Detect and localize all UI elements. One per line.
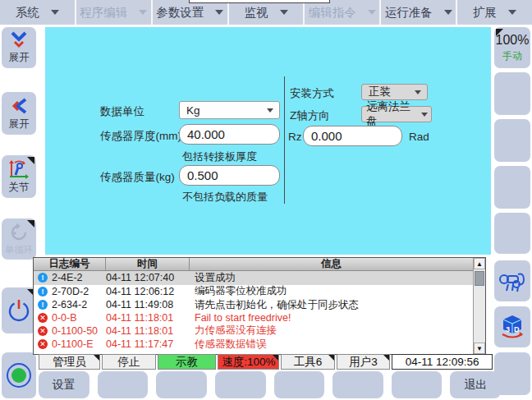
expand-down-label: 展开 xyxy=(9,51,30,65)
mass-hint: 不包括负载的质量 xyxy=(182,190,268,205)
sensor-mass-input[interactable]: 0.500 xyxy=(179,165,280,186)
menu-extension[interactable]: 扩展 xyxy=(457,0,532,25)
chevron-down-icon xyxy=(51,10,59,15)
user-role-cell[interactable]: 管理员 xyxy=(39,354,100,370)
tool-cell[interactable]: 工具6 xyxy=(281,354,335,370)
log-time: 04-11 11:49:08 xyxy=(106,299,190,310)
sensor-mass-label: 传感器质量(kg) xyxy=(100,170,175,185)
error-icon: ✕ xyxy=(38,313,48,323)
expand-down-button[interactable]: 展开 xyxy=(2,27,36,68)
right-panel-button-4[interactable] xyxy=(494,166,530,209)
function-key-4[interactable] xyxy=(215,371,266,398)
view-3d-button[interactable]: 3 D xyxy=(494,306,530,347)
joint-coordinate-button[interactable]: 关节 xyxy=(2,155,36,198)
function-key-3[interactable] xyxy=(156,371,207,398)
scroll-up-arrow-icon[interactable]: ▲ xyxy=(474,258,485,269)
joint-axes-icon xyxy=(8,159,30,179)
right-panel-button-2[interactable] xyxy=(494,72,530,115)
log-row[interactable]: ✕ 0-1100-50 04-11 11:18:01 力传感器没有连接 xyxy=(34,324,473,338)
z-axis-value: 远离法兰盘 xyxy=(366,99,421,129)
mount-mode-dropdown[interactable]: 正装 xyxy=(361,84,428,100)
log-message: Fail to start freedrive! xyxy=(190,312,473,324)
right-panel-button-3[interactable] xyxy=(494,119,530,162)
chevron-down-icon xyxy=(421,113,428,117)
scrollbar-thumb[interactable] xyxy=(475,271,484,286)
menu-label: 编辑指令 xyxy=(309,5,356,21)
log-time: 04-11 12:06:12 xyxy=(106,286,190,297)
double-chevron-left-icon xyxy=(9,96,29,116)
freedrive-button[interactable] xyxy=(494,260,530,301)
3d-cube-icon: 3 D xyxy=(498,313,526,341)
speed-mode-button[interactable]: 100% 手动 xyxy=(494,27,530,68)
log-id: 0-1100-50 xyxy=(52,325,98,337)
rz-label: Rz xyxy=(288,131,302,143)
robot-pendant-app: 系统 程序编辑 参数设置 监视 编辑指令 运行准备 扩展 xyxy=(0,0,532,400)
mount-mode-value: 正装 xyxy=(369,85,391,99)
function-key-6[interactable] xyxy=(332,371,383,398)
right-panel-button-5[interactable] xyxy=(494,213,530,254)
teach-mode-cell: 示教 xyxy=(158,354,217,370)
settings-button[interactable]: 设置 xyxy=(39,371,89,398)
log-row[interactable]: ! 2-4E-2 04-11 12:07:40 设置成功 xyxy=(34,271,473,285)
z-axis-label: Z轴方向 xyxy=(290,108,330,123)
log-message: 传感器数据错误 xyxy=(190,338,473,352)
scroll-down-arrow-icon[interactable]: ▼ xyxy=(474,343,485,354)
function-key-bar: 设置 退出 xyxy=(39,371,501,398)
log-time: 04-11 12:07:40 xyxy=(106,272,190,283)
menu-label: 系统 xyxy=(16,5,39,21)
hand-guide-icon xyxy=(498,269,526,292)
exit-button[interactable]: 退出 xyxy=(450,371,501,398)
function-key-7[interactable] xyxy=(392,371,443,398)
thickness-hint: 包括转接板厚度 xyxy=(182,149,257,164)
power-icon xyxy=(7,298,31,323)
log-row[interactable]: ! 2-634-2 04-11 11:49:08 请先点击初始化，确保处于同步状… xyxy=(34,298,473,312)
chevron-down-icon xyxy=(139,10,147,15)
log-scrollbar[interactable]: ▲ ▼ xyxy=(473,258,485,354)
power-button[interactable] xyxy=(2,287,36,333)
scrollbar-track[interactable] xyxy=(474,269,485,343)
log-row[interactable]: ✕ 0-1100-E 04-11 11:17:47 传感器数据错误 xyxy=(34,338,473,352)
chevron-down-icon xyxy=(415,90,421,94)
data-unit-dropdown[interactable]: Kg xyxy=(179,101,280,119)
double-chevron-down-icon xyxy=(9,31,29,49)
speed-cell[interactable]: 速度:100% xyxy=(218,354,279,370)
log-row[interactable]: ! 2-70D-2 04-11 12:06:12 编码器零位校准成功 xyxy=(34,285,473,299)
log-time: 04-11 11:18:01 xyxy=(106,325,190,337)
sensor-thickness-input[interactable]: 40.000 xyxy=(179,124,280,145)
user-frame-cell[interactable]: 用户3 xyxy=(337,354,391,370)
log-panel: 日志编号 时间 信息 ! 2-4E-2 04-11 12:07:40 设置成功 … xyxy=(33,257,486,355)
form-divider xyxy=(284,76,285,204)
log-id: 2-634-2 xyxy=(52,299,87,310)
info-icon: ! xyxy=(38,273,48,283)
menu-label: 扩展 xyxy=(473,5,497,21)
offscreen-window-edge xyxy=(189,0,330,3)
expand-left-button[interactable]: 展开 xyxy=(2,92,36,135)
log-header: 日志编号 时间 信息 xyxy=(34,258,473,271)
chevron-down-icon xyxy=(267,108,273,113)
menu-program-edit: 程序编辑 xyxy=(76,0,151,25)
single-cycle-button: 单循环 xyxy=(2,218,36,260)
menu-monitor[interactable]: 监视 xyxy=(229,0,304,25)
log-row[interactable]: ✕ 0-0-B 04-11 11:18:01 Fail to start fre… xyxy=(34,312,473,324)
data-unit-label: 数据单位 xyxy=(100,104,144,119)
svg-text:D: D xyxy=(514,325,520,333)
log-header-time: 时间 xyxy=(106,258,190,270)
menu-label: 参数设置 xyxy=(156,5,204,21)
datetime-display: 04-11 12:09:56 xyxy=(392,354,493,370)
log-id: 2-4E-2 xyxy=(52,272,83,283)
chevron-down-icon xyxy=(444,10,452,15)
menu-system[interactable]: 系统 xyxy=(0,0,75,25)
function-key-5[interactable] xyxy=(274,371,325,398)
expand-left-label: 展开 xyxy=(9,117,30,131)
log-id: 0-0-B xyxy=(52,312,77,324)
function-key-2[interactable] xyxy=(98,371,149,398)
record-run-button[interactable] xyxy=(2,352,36,398)
rz-input[interactable]: 0.000 xyxy=(303,126,402,146)
menu-parameter-settings[interactable]: 参数设置 xyxy=(153,0,227,25)
chevron-down-icon xyxy=(280,10,288,15)
error-icon: ✕ xyxy=(38,339,48,349)
log-header-msg: 信息 xyxy=(190,258,473,270)
menu-label: 监视 xyxy=(245,5,268,21)
z-axis-dropdown[interactable]: 远离法兰盘 xyxy=(361,106,432,122)
menu-run-prepare[interactable]: 运行准备 xyxy=(381,0,456,25)
